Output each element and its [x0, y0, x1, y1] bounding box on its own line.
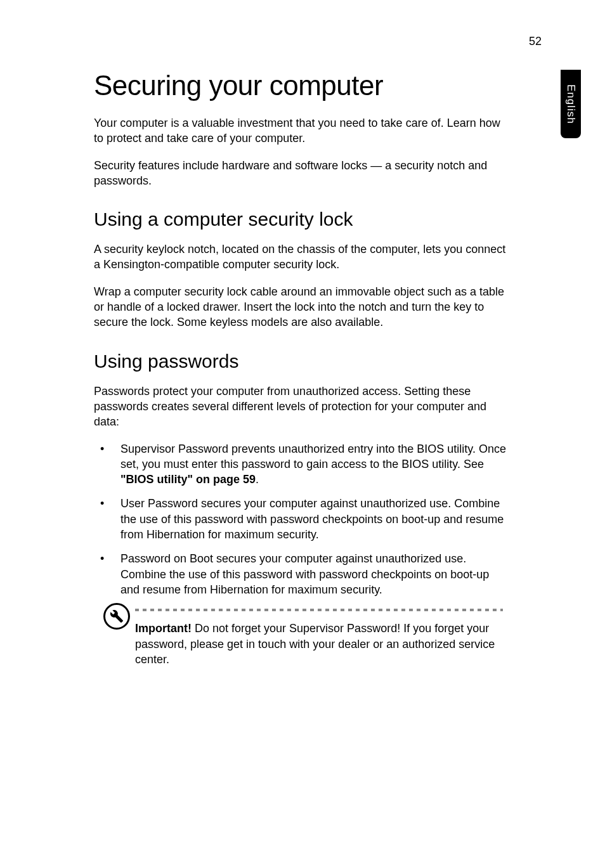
security-lock-paragraph-2: Wrap a computer security lock cable arou…	[94, 284, 506, 330]
intro-paragraph-2: Security features include hardware and s…	[94, 158, 506, 189]
language-tab: English	[561, 70, 581, 138]
section-heading-security-lock: Using a computer security lock	[94, 209, 506, 230]
language-tab-text: English	[564, 84, 577, 124]
section-heading-passwords: Using passwords	[94, 351, 506, 372]
security-lock-paragraph-1: A security keylock notch, located on the…	[94, 242, 506, 273]
list-item: Password on Boot secures your computer a…	[94, 551, 506, 597]
note-text: Important! Do not forget your Supervisor…	[135, 621, 506, 667]
page-content: Securing your computer Your computer is …	[94, 70, 506, 667]
list-item: Supervisor Password prevents unauthorize…	[94, 441, 506, 488]
page-number: 52	[529, 35, 542, 48]
list-item: User Password secures your computer agai…	[94, 496, 506, 542]
passwords-intro-paragraph: Passwords protect your computer from una…	[94, 384, 506, 430]
intro-paragraph-1: Your computer is a valuable investment t…	[94, 115, 506, 146]
password-list: Supervisor Password prevents unauthorize…	[94, 441, 506, 598]
main-heading: Securing your computer	[94, 70, 506, 101]
bullet-text-end: .	[256, 473, 259, 486]
link-reference: "BIOS utility" on page 59	[120, 473, 256, 486]
wrench-icon	[103, 603, 130, 630]
note-label: Important!	[135, 622, 192, 635]
important-note: Important! Do not forget your Supervisor…	[103, 607, 506, 667]
note-divider	[135, 607, 503, 613]
bullet-text: Supervisor Password prevents unauthorize…	[120, 443, 506, 470]
